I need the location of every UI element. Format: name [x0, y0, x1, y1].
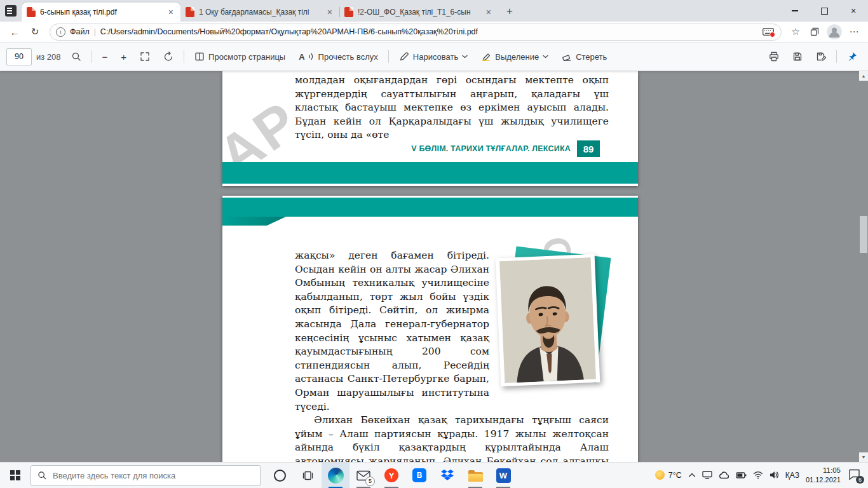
taskbar-word-button[interactable]: W	[489, 463, 517, 488]
cortana-button[interactable]	[266, 463, 294, 488]
battery-tray-icon[interactable]	[736, 472, 747, 478]
taskbar-yandex-button[interactable]: Y	[377, 463, 405, 488]
restore-icon	[821, 8, 828, 15]
page-number-input[interactable]	[6, 48, 32, 65]
vertical-tabs-button[interactable]	[0, 0, 22, 22]
fit-to-page-button[interactable]	[135, 47, 154, 66]
pen-icon	[399, 51, 409, 62]
site-tools-icon[interactable]	[761, 25, 775, 38]
draw-label: Нарисовать	[413, 52, 458, 62]
url-scheme-label: Файл	[70, 27, 90, 36]
display-tray-icon[interactable]	[702, 471, 712, 479]
pdf-file-icon	[344, 7, 353, 17]
favorites-star-button[interactable]: ☆	[787, 23, 804, 41]
scroll-up-button[interactable]: ▲	[859, 71, 868, 81]
tab-current-pdf[interactable]: 6-сынып қазақ тілі.pdf ×	[22, 3, 180, 22]
read-aloud-icon: A	[299, 52, 304, 62]
page-89-body-text: молдадан оқығандардан гөрі осындағы мект…	[295, 74, 609, 142]
erase-label: Стереть	[576, 52, 607, 62]
scrollbar[interactable]: ▲ ▼	[859, 71, 868, 462]
refresh-button[interactable]: ↻	[25, 23, 44, 41]
taskbar: 5 Y В W 7°C	[0, 462, 868, 488]
pdf-toolbar: из 208 − + Просмотр страницы A	[0, 43, 868, 71]
save-as-button[interactable]	[811, 47, 831, 66]
pin-icon	[847, 51, 857, 62]
taskbar-edge-button[interactable]	[322, 463, 349, 488]
taskbar-search-box[interactable]	[31, 465, 261, 486]
zoom-out-button[interactable]: −	[98, 47, 112, 66]
minimize-button[interactable]	[780, 0, 810, 22]
windows-logo-icon	[10, 470, 20, 480]
url-separator: |	[94, 27, 96, 36]
fit-to-page-icon	[140, 51, 150, 62]
date-label: 01.12.2021	[806, 475, 841, 484]
url-box[interactable]: i Файл | C:/Users/admin/Documents/Новый%…	[50, 24, 782, 41]
taskbar-mail-button[interactable]: 5	[349, 463, 377, 488]
volume-tray-icon[interactable]	[770, 471, 779, 479]
rotate-button[interactable]	[159, 47, 178, 66]
read-aloud-button[interactable]: A Прочесть вслух	[294, 47, 383, 66]
page-view-button[interactable]: Просмотр страницы	[190, 47, 290, 66]
tab-close-icon[interactable]: ×	[325, 7, 334, 17]
profile-avatar[interactable]	[827, 24, 842, 39]
draw-button[interactable]: Нарисовать	[395, 47, 472, 66]
toolbar-separator	[388, 50, 389, 63]
collections-button[interactable]	[806, 23, 824, 41]
print-button[interactable]	[764, 47, 783, 66]
time-label: 11:05	[806, 466, 841, 475]
taskbar-dropbox-button[interactable]	[433, 463, 461, 488]
taskbar-vk-button[interactable]: В	[405, 463, 433, 488]
word-icon: W	[496, 468, 511, 483]
tab-close-icon[interactable]: ×	[484, 7, 493, 17]
folder-icon	[468, 472, 483, 482]
page-90-body: жақсы» деген бағамен бітіреді. Осыдан ке…	[295, 249, 609, 462]
action-center-button[interactable]: 6	[848, 469, 860, 482]
rotate-icon	[163, 51, 173, 62]
search-icon	[37, 471, 46, 480]
page-count-label: из 208	[36, 52, 61, 62]
show-hidden-icons-button[interactable]	[688, 473, 696, 478]
portrait-illustration	[499, 257, 597, 383]
maximize-restore-button[interactable]	[810, 0, 839, 22]
onedrive-tray-icon[interactable]	[719, 471, 729, 479]
taskbar-search-input[interactable]	[51, 470, 254, 481]
paragraph: Әлихан Бөкейхан қазақ тарихындағы тұңғыш…	[295, 414, 609, 462]
dropbox-icon	[441, 470, 454, 481]
info-icon[interactable]: i	[56, 27, 65, 37]
chevron-down-icon	[543, 55, 548, 58]
minimize-icon	[792, 10, 798, 11]
highlight-button[interactable]: Выделение	[477, 47, 553, 66]
toolbar-right-group	[764, 47, 862, 66]
start-button[interactable]	[0, 463, 31, 488]
save-button[interactable]	[788, 47, 807, 66]
tab-2[interactable]: 1 Оқу бағдарламасы_Қазақ тілі ×	[180, 3, 339, 22]
close-window-button[interactable]: ×	[839, 0, 868, 22]
pdf-file-icon	[186, 7, 194, 17]
notification-badge: 6	[856, 476, 864, 484]
save-as-icon	[816, 51, 826, 62]
tab-close-icon[interactable]: ×	[166, 7, 175, 17]
new-tab-button[interactable]: +	[501, 3, 519, 20]
zoom-in-icon: +	[121, 52, 126, 62]
search-button[interactable]	[67, 47, 86, 66]
page-89-footer: V БӨЛІМ. ТАРИХИ ТҰЛҒАЛАР. ЛЕКСИКА 89	[411, 140, 600, 157]
tab-3[interactable]: !2-ОШ_ФО_Қазақ тілі_Т1_6-сын ×	[339, 3, 498, 22]
taskbar-explorer-button[interactable]	[461, 463, 489, 488]
portrait-photo	[498, 250, 609, 389]
language-indicator[interactable]: ҚАЗ	[785, 471, 799, 480]
pdf-page-89: АР молдадан оқығандардан гөрі осындағы м…	[222, 71, 638, 186]
scroll-down-button[interactable]: ▼	[859, 452, 868, 462]
pin-toolbar-button[interactable]	[843, 47, 862, 66]
erase-button[interactable]: Стереть	[557, 47, 611, 66]
scrollbar-thumb[interactable]	[860, 216, 867, 253]
zoom-in-button[interactable]: +	[116, 47, 131, 66]
network-tray-icon[interactable]	[753, 471, 763, 479]
back-button[interactable]: ←	[5, 23, 24, 41]
task-view-button[interactable]	[294, 463, 322, 488]
toolbar-separator	[92, 50, 92, 63]
print-icon	[769, 51, 779, 62]
browser-window: 6-сынып қазақ тілі.pdf × 1 Оқу бағдарлам…	[0, 0, 868, 488]
browser-menu-button[interactable]: ⋯	[845, 23, 863, 41]
weather-widget[interactable]: 7°C	[655, 470, 682, 480]
clock-widget[interactable]: 11:05 01.12.2021	[806, 466, 841, 484]
